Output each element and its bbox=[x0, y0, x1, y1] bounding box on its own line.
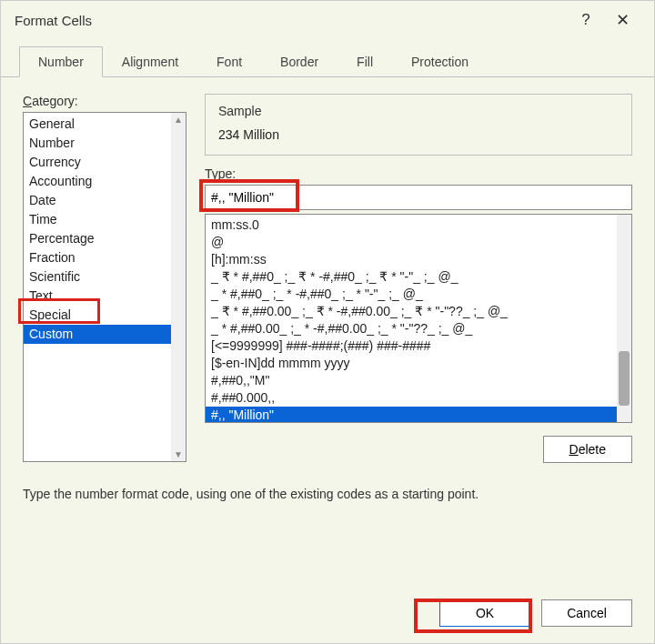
tab-border[interactable]: Border bbox=[261, 46, 338, 76]
tab-font[interactable]: Font bbox=[197, 46, 261, 76]
sample-value: 234 Million bbox=[218, 127, 619, 142]
type-list[interactable]: mm:ss.0 @ [h]:mm:ss _ ₹ * #,##0_ ;_ ₹ * … bbox=[205, 214, 632, 423]
type-item[interactable]: mm:ss.0 bbox=[206, 216, 631, 234]
type-item[interactable]: _ * #,##0.00_ ;_ * -#,##0.00_ ;_ * "-"??… bbox=[206, 320, 631, 337]
help-icon[interactable]: ? bbox=[568, 11, 604, 29]
footer: OK Cancel bbox=[1, 587, 654, 643]
cat-time[interactable]: Time bbox=[24, 210, 186, 229]
cat-special[interactable]: Special bbox=[24, 306, 186, 325]
content-area: Category: General Number Currency Accoun… bbox=[1, 77, 654, 587]
type-item-selected[interactable]: #,, "Million" bbox=[206, 407, 631, 423]
titlebar: Format Cells ? ✕ bbox=[1, 1, 654, 37]
cat-general[interactable]: General bbox=[24, 115, 186, 134]
sample-box: Sample 234 Million bbox=[205, 94, 632, 156]
ok-button[interactable]: OK bbox=[439, 599, 530, 627]
cat-accounting[interactable]: Accounting bbox=[24, 172, 186, 191]
type-item[interactable]: @ bbox=[206, 234, 631, 251]
scroll-down-icon[interactable]: ▼ bbox=[172, 448, 185, 461]
close-icon[interactable]: ✕ bbox=[604, 10, 640, 30]
type-item[interactable]: [$-en-IN]dd mmmm yyyy bbox=[206, 355, 631, 372]
type-item[interactable]: #,##0.000,, bbox=[206, 389, 631, 407]
delete-button[interactable]: Delete bbox=[543, 436, 632, 463]
cat-percentage[interactable]: Percentage bbox=[24, 229, 186, 248]
dialog-title: Format Cells bbox=[15, 13, 568, 28]
tab-number[interactable]: Number bbox=[19, 46, 103, 77]
type-item[interactable]: _ ₹ * #,##0_ ;_ ₹ * -#,##0_ ;_ ₹ * "-"_ … bbox=[206, 268, 631, 286]
hint-text: Type the number format code, using one o… bbox=[23, 487, 632, 501]
type-item[interactable]: [h]:mm:ss bbox=[206, 251, 631, 268]
category-scrollbar[interactable]: ▲ ▼ bbox=[171, 113, 186, 461]
cat-fraction[interactable]: Fraction bbox=[24, 248, 186, 267]
scroll-up-icon[interactable]: ▲ bbox=[172, 113, 185, 126]
type-label: Type: bbox=[205, 166, 632, 181]
cat-date[interactable]: Date bbox=[24, 191, 186, 210]
tab-fill[interactable]: Fill bbox=[338, 46, 392, 76]
type-item[interactable]: [<=9999999] ###-####;(###) ###-#### bbox=[206, 337, 631, 355]
tab-alignment[interactable]: Alignment bbox=[103, 46, 197, 76]
category-label: Category: bbox=[23, 94, 186, 108]
format-cells-dialog: Format Cells ? ✕ Number Alignment Font B… bbox=[0, 0, 655, 644]
cancel-button[interactable]: Cancel bbox=[541, 599, 632, 627]
cat-number[interactable]: Number bbox=[24, 134, 186, 153]
sample-label: Sample bbox=[218, 104, 619, 118]
type-item[interactable]: _ ₹ * #,##0.00_ ;_ ₹ * -#,##0.00_ ;_ ₹ *… bbox=[206, 303, 631, 320]
cat-custom[interactable]: Custom bbox=[24, 325, 186, 344]
cat-text[interactable]: Text bbox=[24, 287, 186, 306]
cat-scientific[interactable]: Scientific bbox=[24, 267, 186, 287]
tab-protection[interactable]: Protection bbox=[392, 46, 488, 76]
type-item[interactable]: #,##0,,"M" bbox=[206, 372, 631, 389]
category-list[interactable]: General Number Currency Accounting Date … bbox=[23, 112, 186, 462]
type-item[interactable]: _ * #,##0_ ;_ * -#,##0_ ;_ * "-"_ ;_ @_ bbox=[206, 286, 631, 303]
tabs: Number Alignment Font Border Fill Protec… bbox=[1, 46, 654, 77]
cat-currency[interactable]: Currency bbox=[24, 153, 186, 172]
type-input[interactable] bbox=[205, 185, 632, 210]
type-scrollbar[interactable] bbox=[617, 215, 631, 422]
scroll-thumb[interactable] bbox=[619, 351, 630, 406]
